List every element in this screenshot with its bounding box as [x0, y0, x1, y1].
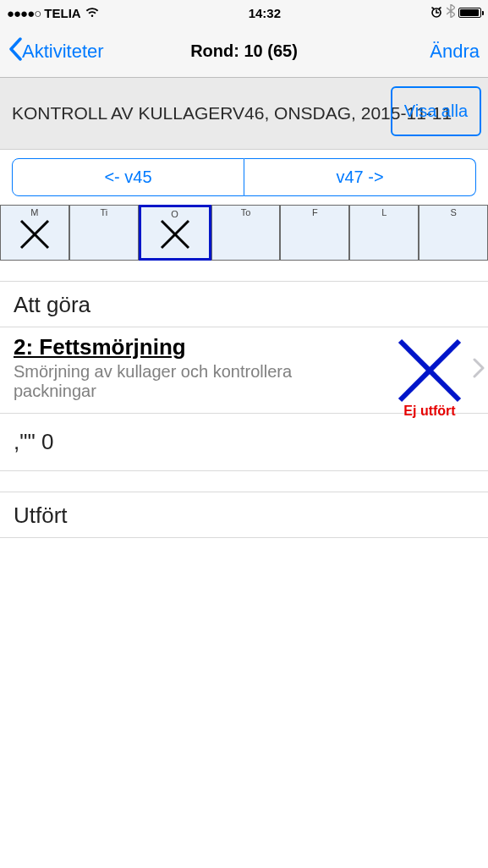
signal-dots-icon: ●●●●○ [7, 6, 41, 20]
task-status: Ej utfört [395, 336, 464, 419]
footer-row: ,"" 0 [0, 414, 488, 471]
todo-section-header: Att göra [0, 281, 488, 327]
day-cell[interactable]: S [419, 205, 488, 261]
task-row[interactable]: 2: Fettsmörjning Smörjning av kullager o… [0, 327, 488, 414]
prev-week-button[interactable]: <- v45 [12, 158, 244, 196]
battery-icon [458, 8, 481, 18]
back-label: Aktiviteter [22, 41, 104, 63]
day-cell[interactable]: L [349, 205, 419, 261]
show-all-button[interactable]: Visa alla [391, 86, 481, 136]
day-cell[interactable]: O [139, 205, 211, 261]
back-button[interactable]: Aktiviteter [8, 37, 104, 65]
wifi-icon [85, 6, 100, 20]
carrier-label: TELIA [44, 6, 80, 20]
day-label: S [450, 207, 456, 217]
day-cell[interactable]: Ti [69, 205, 139, 261]
alarm-icon [430, 5, 443, 21]
x-icon [18, 217, 52, 251]
day-label: Ti [100, 207, 107, 217]
day-label: F [312, 207, 318, 217]
next-week-button[interactable]: v47 -> [244, 158, 476, 196]
nav-title: Rond: 10 (65) [190, 41, 298, 61]
nav-bar: Aktiviteter Rond: 10 (65) Ändra [0, 25, 488, 78]
day-label: L [381, 207, 387, 217]
edit-button[interactable]: Ändra [430, 41, 480, 63]
day-cell[interactable]: M [0, 205, 69, 261]
task-status-label: Ej utfört [403, 404, 455, 419]
task-desc: Smörjning av kullager och kontrollera pa… [14, 362, 377, 401]
day-label: To [241, 207, 251, 217]
day-cell[interactable]: F [280, 205, 349, 261]
day-cell[interactable]: To [211, 205, 281, 261]
day-label: M [30, 207, 38, 217]
x-icon [395, 336, 464, 405]
clock: 14:32 [249, 6, 281, 20]
status-right [430, 4, 481, 21]
done-section-header: Utfört [0, 492, 488, 538]
week-nav: <- v45 v47 -> [0, 150, 488, 205]
chevron-right-icon [473, 357, 485, 384]
days-row: MTiOToFLS [0, 205, 488, 261]
x-icon [158, 217, 192, 251]
chevron-left-icon [8, 37, 22, 65]
bluetooth-icon [447, 4, 455, 21]
status-left: ●●●●○ TELIA [7, 6, 100, 20]
info-bar: KONTROLL AV KULLAGERV46, ONSDAG, 2015-11… [0, 78, 488, 150]
status-bar: ●●●●○ TELIA 14:32 [0, 0, 488, 25]
